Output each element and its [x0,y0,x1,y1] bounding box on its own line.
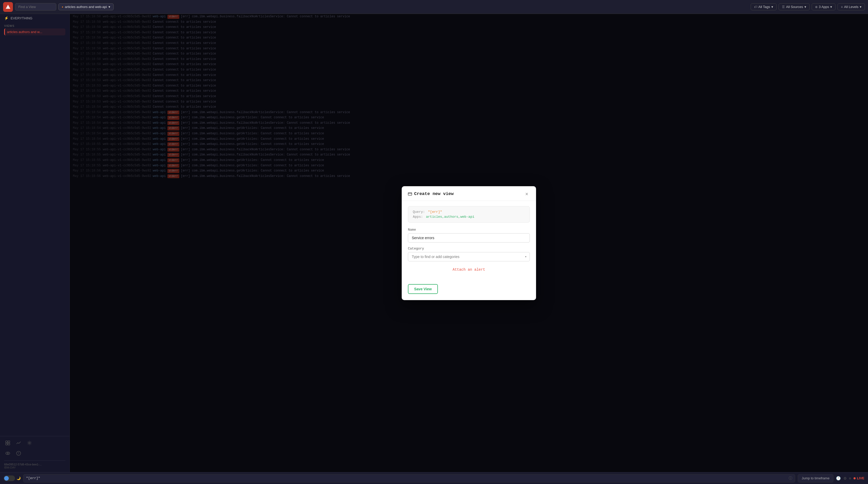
filter-bar: 🏷 All Tags ▾ ☰ All Sources ▾ ⊕ 3 Apps ▾ … [751,3,865,10]
svg-point-7 [7,453,8,454]
jump-to-timeframe-button[interactable]: Jump to timeframe [798,474,833,482]
modal-view-icon [408,192,412,196]
toggle-knob [4,476,9,481]
live-dot [854,477,856,479]
sources-icon: ☰ [782,5,785,9]
find-view-input[interactable] [15,3,56,10]
view-tab-chevron: ▾ [108,5,110,9]
search-query-text: "[err]" [26,476,786,480]
tags-chevron: ▾ [771,5,773,9]
svg-marker-0 [6,5,10,9]
save-view-button[interactable]: Save View [408,284,438,294]
host-label: IBM-DAY [4,466,65,469]
live-badge: LIVE [854,476,864,480]
apps-value: articles,authors,web-api [426,215,474,219]
theme-toggle[interactable]: 🌙 [4,476,21,481]
sidebar-view-item[interactable]: articles authors and w... [4,28,65,35]
all-levels-filter[interactable]: ≡ All Levels ▾ [838,3,865,10]
svg-point-5 [29,442,30,444]
flash-icon: ⚡ [4,16,8,20]
everything-label: EVERYTHING [10,16,32,20]
modal-header: Create new view × [402,186,536,201]
name-field-label: Name [408,228,530,232]
sources-chevron: ▾ [804,5,806,9]
name-input[interactable] [408,233,530,243]
views-section: VIEWS articles authors and w... [0,22,69,37]
all-tags-filter[interactable]: 🏷 All Tags ▾ [751,3,777,10]
apps-filter[interactable]: ⊕ 3 Apps ▾ [812,3,836,10]
query-value: "[err]" [428,210,442,214]
app-logo [3,2,13,12]
info-icon[interactable]: ⓘ [789,476,792,481]
category-field-group: Category ▾ [408,247,530,261]
query-key-label: Query: [413,210,425,214]
modal-overlay: Create new view × Query: "[err]" Apps: [70,14,868,472]
tag-icon: 🏷 [754,5,757,9]
settings-icon[interactable] [26,439,33,447]
views-section-label: VIEWS [4,24,65,27]
bottom-icons: ⚙ ≡ [843,476,851,480]
name-field-group: Name [408,228,530,243]
svg-text:?: ? [18,452,20,455]
apps-chevron: ▾ [830,5,832,9]
help-icon[interactable]: ? [15,450,22,457]
svg-rect-3 [6,443,7,445]
modal-close-button[interactable]: × [524,191,530,197]
view-tab-label: articles authors and web-api [65,5,107,9]
apps-key-label: Apps: [413,215,423,219]
all-sources-filter[interactable]: ☰ All Sources ▾ [779,3,810,10]
attach-alert-link[interactable]: Attach an alert [408,265,530,274]
sidebar: ⚡ EVERYTHING VIEWS articles authors and … [0,14,70,472]
create-view-modal: Create new view × Query: "[err]" Apps: [402,186,536,300]
category-field-label: Category [408,247,530,251]
live-label: LIVE [857,476,864,480]
dashboard-icon[interactable] [4,439,11,447]
svg-rect-2 [8,441,10,443]
topbar: ● articles authors and web-api ▾ 🏷 All T… [0,0,868,14]
svg-rect-10 [408,193,412,195]
levels-icon: ≡ [841,5,843,9]
trend-icon[interactable] [15,439,22,447]
moon-icon: 🌙 [17,476,21,480]
sidebar-bottom: ? 68e09512-57d8-43ce-bee1-... IBM-DAY [0,436,69,472]
svg-point-6 [6,452,10,455]
svg-rect-1 [6,441,7,443]
modal-footer: Save View [402,284,536,300]
query-preview-box: Query: "[err]" Apps: articles,authors,we… [408,206,530,223]
sidebar-item-everything[interactable]: ⚡ EVERYTHING [0,14,69,22]
view-tab-dot: ● [62,5,63,8]
svg-rect-4 [8,443,10,445]
filter-lines-icon[interactable]: ⚙ [843,476,847,480]
modal-body: Query: "[err]" Apps: articles,authors,we… [402,201,536,284]
eye-icon[interactable] [4,450,11,457]
search-bar: "[err]" ⓘ [23,474,795,482]
levels-chevron: ▾ [860,5,862,9]
view-tab[interactable]: ● articles authors and web-api ▾ [58,3,114,10]
layout-icon[interactable]: ≡ [849,476,851,480]
category-input-wrap: ▾ [408,252,530,261]
modal-title: Create new view [408,191,454,196]
clock-icon: 🕐 [836,476,841,481]
category-input[interactable] [408,252,530,261]
bottom-bar: 🌙 "[err]" ⓘ Jump to timeframe 🕐 ⚙ ≡ LIVE [0,472,868,484]
main-layout: ⚡ EVERYTHING VIEWS articles authors and … [0,14,868,472]
log-content-area: May 17 15:18:50web-api-v1-cc9b5c5d5-9ws9… [70,14,868,472]
host-id: 68e09512-57d8-43ce-bee1-... [4,463,65,466]
toggle-track[interactable] [4,476,15,481]
apps-icon: ⊕ [815,5,817,9]
